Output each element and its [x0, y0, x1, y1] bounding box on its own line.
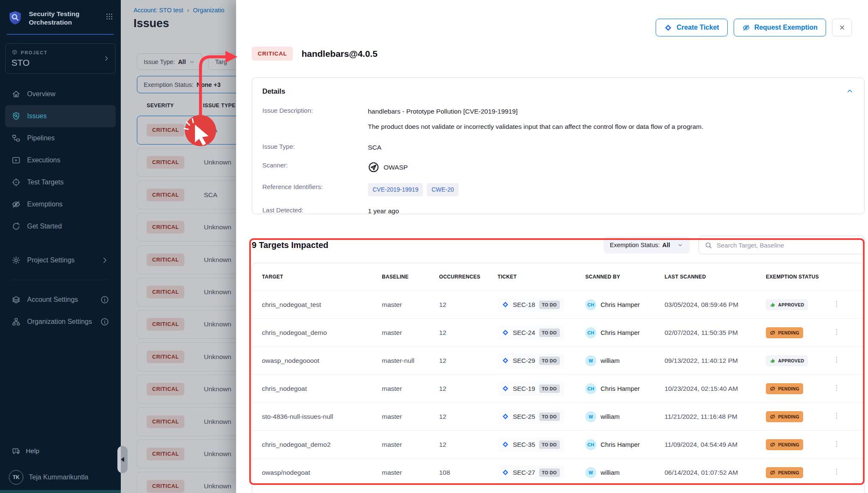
severity-badge: CRITICAL — [147, 124, 184, 136]
exemption-status-text: PENDING — [778, 414, 799, 419]
kebab-icon[interactable] — [832, 356, 841, 364]
sidebar-item-exemptions[interactable]: Exemptions — [5, 193, 116, 215]
ticket-status-badge: TO DO — [539, 412, 560, 421]
sidebar-item-organization-settings[interactable]: Organization Settings — [5, 311, 116, 333]
target-cell[interactable]: owasp/nodegoat — [252, 469, 382, 476]
issue-type-filter[interactable]: Issue Type: All — [137, 53, 202, 70]
sidebar-secondary-nav: Project SettingsAccount SettingsOrganiza… — [5, 249, 116, 333]
severity-badge: CRITICAL — [147, 415, 184, 428]
kebab-icon[interactable] — [832, 440, 841, 448]
target-cell[interactable]: owasp_nodegoooot — [252, 357, 382, 365]
module-grid-icon[interactable] — [105, 12, 114, 21]
target-icon — [11, 178, 21, 187]
scanned-by-name: Chris Hamper — [601, 329, 640, 336]
ticket-link[interactable]: SEC-29TO DO — [498, 354, 564, 368]
diamond-icon — [502, 413, 509, 420]
exemption-status-badge: APPROVED — [766, 299, 808, 310]
reference-chip[interactable]: CWE-20 — [427, 183, 459, 196]
exemption-status-text: PENDING — [778, 386, 799, 391]
severity-badge: CRITICAL — [147, 156, 184, 169]
diamond-icon — [502, 469, 509, 476]
sidebar-item-label: Project Settings — [27, 256, 75, 264]
ticket-link[interactable]: SEC-35TO DO — [498, 437, 564, 452]
ticket-link[interactable]: SEC-18TO DO — [498, 298, 564, 312]
exemption-status-badge: PENDING — [766, 327, 803, 338]
user-menu[interactable]: TK Teja Kummarikuntla — [5, 470, 116, 488]
kebab-icon[interactable] — [832, 328, 841, 336]
targets-exemption-status-filter[interactable]: Exemption Status: All — [604, 237, 690, 253]
issue-type-cell: Unknown — [204, 450, 231, 458]
targets-section-header: 9 Targets Impacted Exemption Status: All — [252, 236, 865, 254]
issue-type-cell: Unknown — [204, 256, 231, 264]
scanned-by-avatar: W — [585, 355, 596, 366]
sidebar-item-pipelines[interactable]: Pipelines — [5, 127, 116, 149]
occurrences-cell: 12 — [439, 329, 498, 337]
app-title: Security Testing Orchestration — [29, 8, 93, 27]
layers-icon — [11, 295, 21, 304]
project-selector[interactable]: PROJECT STO — [5, 43, 116, 74]
occurrences-cell: 12 — [439, 441, 498, 448]
pending-eye-off-icon — [770, 330, 776, 336]
scanner-value: OWASP — [368, 162, 408, 173]
kebab-icon[interactable] — [832, 412, 841, 420]
ticket-status-badge: TO DO — [539, 384, 560, 393]
sidebar-item-test-targets[interactable]: Test Targets — [5, 171, 116, 193]
target-cell[interactable]: chris_nodegoat_demo — [252, 329, 382, 337]
chevron-up-icon[interactable] — [846, 87, 854, 95]
chevron-right-icon — [100, 256, 109, 265]
collapse-left-arrow-icon — [121, 457, 124, 462]
breadcrumb-account-link[interactable]: Account: STO test — [134, 7, 183, 14]
target-cell[interactable]: chris_nodegoat — [252, 385, 382, 393]
ticket-key: SEC-24 — [513, 329, 535, 336]
target-search-input[interactable] — [717, 242, 859, 249]
sidebar-collapse-handle[interactable] — [117, 446, 128, 473]
sidebar-item-account-settings[interactable]: Account Settings — [5, 289, 116, 311]
severity-badge: CRITICAL — [147, 189, 184, 201]
help-button[interactable]: ? Help — [5, 442, 116, 460]
sidebar-item-label: Get Started — [27, 223, 62, 230]
targets-column-header-baseline: BASELINE — [382, 273, 439, 281]
targets-column-header-target: TARGET — [252, 273, 382, 281]
kebab-icon[interactable] — [832, 468, 841, 476]
scanned-by-avatar: W — [585, 467, 596, 478]
reference-identifiers-label: Reference Identifiers: — [262, 183, 368, 190]
target-cell[interactable]: chris_nodegoat_demo2 — [252, 441, 382, 448]
issue-type-label: Issue Type: — [262, 143, 368, 150]
exemption-status-cell: PENDING — [766, 467, 832, 478]
kebab-icon[interactable] — [832, 384, 841, 392]
create-ticket-button[interactable]: Create Ticket — [656, 19, 727, 36]
sidebar-item-executions[interactable]: Executions — [5, 149, 116, 171]
scanned-by-name: Chris Hamper — [601, 301, 640, 308]
request-exemption-button[interactable]: Request Exemption — [734, 19, 826, 36]
issue-type-cell: SCA — [204, 126, 217, 134]
ticket-link[interactable]: SEC-27TO DO — [498, 465, 564, 480]
close-drawer-button[interactable] — [832, 19, 852, 36]
targets-column-header-scanned-by: SCANNED BY — [585, 273, 665, 281]
sidebar-item-label: Pipelines — [27, 134, 55, 142]
help-chat-icon: ? — [11, 447, 20, 456]
ticket-cell: SEC-25TO DO — [498, 409, 585, 424]
ticket-link[interactable]: SEC-19TO DO — [498, 382, 564, 396]
diamond-icon — [502, 301, 509, 308]
ticket-link[interactable]: SEC-25TO DO — [498, 409, 564, 424]
target-cell[interactable]: sto-4836-null-issues-null — [252, 413, 382, 421]
breadcrumb-organization-link[interactable]: Organizatio — [193, 7, 224, 14]
baseline-cell: master — [382, 469, 439, 476]
sidebar-item-project-settings[interactable]: Project Settings — [5, 249, 116, 271]
issue-type-cell: Unknown — [204, 482, 231, 490]
sidebar-item-overview[interactable]: Overview — [5, 83, 116, 105]
sidebar-item-get-started[interactable]: Get Started — [5, 215, 116, 237]
sidebar-item-issues[interactable]: Issues — [5, 105, 116, 127]
last-scanned-cell: 11/09/2024, 04:54:49 AM — [665, 441, 766, 448]
issue-type-cell: Unknown — [204, 223, 231, 231]
scanned-by-cell: Wwilliam — [585, 467, 665, 478]
target-cell[interactable]: chris_nodegoat_test — [252, 301, 382, 309]
pending-eye-off-icon — [770, 442, 776, 448]
ticket-status-badge: TO DO — [539, 440, 560, 449]
severity-badge: CRITICAL — [147, 351, 184, 363]
pending-eye-off-icon — [770, 386, 776, 392]
kebab-icon[interactable] — [832, 300, 841, 308]
sidebar-item-label: Issues — [27, 112, 47, 120]
ticket-link[interactable]: SEC-24TO DO — [498, 326, 564, 340]
reference-chip[interactable]: CVE-2019-19919 — [368, 183, 423, 196]
